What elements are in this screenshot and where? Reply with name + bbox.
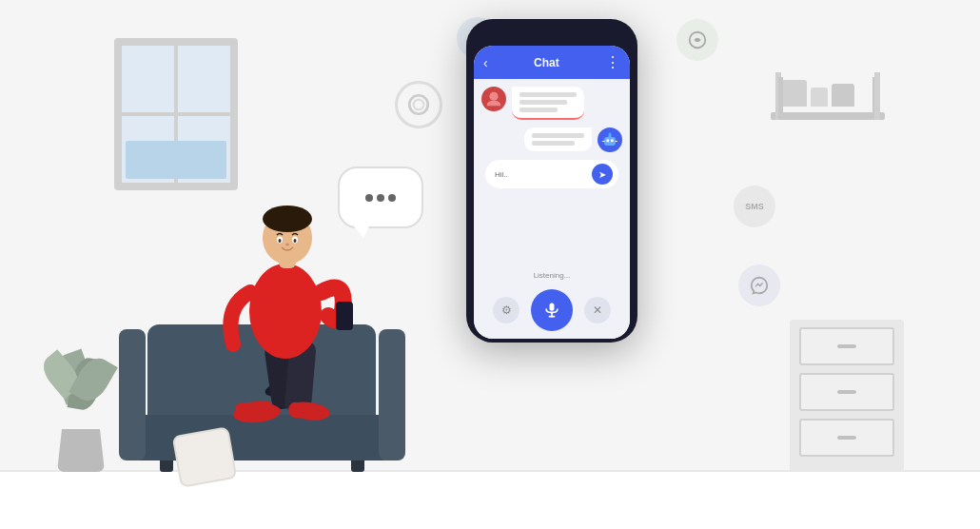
- dot-2: [377, 194, 384, 202]
- svg-rect-16: [336, 302, 353, 330]
- svg-point-25: [609, 133, 612, 136]
- svg-point-20: [489, 92, 498, 101]
- shelf-board: [771, 112, 885, 120]
- plant-pot: [57, 429, 105, 472]
- microphone-icon: [542, 301, 561, 320]
- dot-3: [388, 194, 396, 202]
- speech-bubble: [338, 167, 423, 228]
- pillow: [172, 426, 238, 488]
- messenger-icon: [738, 264, 780, 306]
- bot-message-bubble: [524, 127, 592, 151]
- chat-title: Chat: [494, 56, 599, 69]
- chat-area: Hil.. ➤: [474, 79, 630, 269]
- svg-rect-4: [235, 401, 272, 419]
- svg-rect-26: [550, 304, 555, 311]
- svg-point-14: [294, 239, 297, 243]
- voice-settings-button[interactable]: ⚙: [493, 297, 519, 323]
- voice-mic-button[interactable]: [531, 289, 573, 331]
- dot-1: [365, 194, 373, 202]
- shelf-unit: [771, 76, 885, 120]
- message-row-user: [481, 87, 622, 120]
- close-icon: ✕: [593, 304, 602, 317]
- message-input-row[interactable]: Hil.. ➤: [485, 160, 618, 188]
- svg-point-22: [606, 139, 609, 142]
- svg-point-15: [285, 244, 289, 246]
- svg-point-10: [263, 206, 312, 232]
- chat-header: ‹ Chat ⋮: [474, 46, 630, 79]
- send-button[interactable]: ➤: [592, 164, 613, 185]
- user-avatar: [481, 87, 506, 111]
- svg-rect-21: [604, 137, 616, 146]
- back-button[interactable]: ‹: [483, 55, 488, 70]
- user-message-bubble: [512, 87, 584, 120]
- drawer-2: [799, 373, 894, 411]
- svg-point-23: [611, 139, 614, 142]
- drawer-1: [799, 327, 894, 365]
- chest-of-drawers: [790, 320, 904, 472]
- plant: [57, 353, 124, 472]
- bot-avatar: [598, 127, 622, 152]
- send-icon: ➤: [598, 169, 606, 180]
- svg-point-19: [414, 100, 424, 110]
- menu-button[interactable]: ⋮: [605, 53, 620, 71]
- voice-controls: ⚙ ✕: [474, 282, 630, 339]
- svg-point-18: [409, 95, 428, 114]
- phone-mockup: ‹ Chat ⋮: [466, 19, 637, 343]
- phone-notch: [523, 30, 580, 42]
- svg-point-7: [249, 264, 322, 359]
- svg-point-13: [279, 239, 282, 243]
- drawer-3: [799, 419, 894, 457]
- scene-background: SMS ‹ Chat ⋮: [0, 0, 980, 529]
- settings-icon: ⚙: [501, 304, 512, 317]
- sms-icon: SMS: [734, 186, 775, 227]
- phone-screen: ‹ Chat ⋮: [474, 46, 630, 339]
- message-row-bot: [481, 127, 622, 152]
- chat-ring-icon: [395, 81, 442, 128]
- message-input[interactable]: Hil..: [495, 170, 588, 179]
- whatsapp-icon: [676, 19, 718, 61]
- voice-close-button[interactable]: ✕: [584, 297, 611, 323]
- listening-status: Listening...: [474, 269, 630, 282]
